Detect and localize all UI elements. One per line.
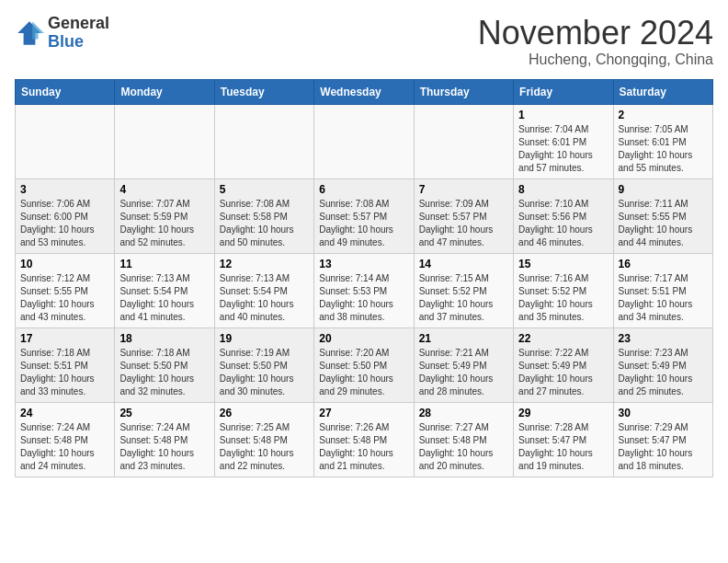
svg-marker-1 bbox=[32, 21, 44, 39]
day-cell bbox=[214, 104, 313, 178]
day-cell: 13Sunrise: 7:14 AM Sunset: 5:53 PM Dayli… bbox=[314, 253, 414, 327]
day-cell: 15Sunrise: 7:16 AM Sunset: 5:52 PM Dayli… bbox=[514, 253, 613, 327]
day-cell: 6Sunrise: 7:08 AM Sunset: 5:57 PM Daylig… bbox=[314, 178, 414, 253]
day-number: 27 bbox=[319, 407, 408, 419]
day-info: Sunrise: 7:07 AM Sunset: 5:59 PM Dayligh… bbox=[119, 198, 209, 249]
week-row-5: 24Sunrise: 7:24 AM Sunset: 5:48 PM Dayli… bbox=[16, 402, 713, 477]
logo-text: General Blue bbox=[48, 15, 109, 52]
day-number: 26 bbox=[220, 407, 309, 419]
day-info: Sunrise: 7:13 AM Sunset: 5:54 PM Dayligh… bbox=[119, 272, 209, 324]
day-cell: 30Sunrise: 7:29 AM Sunset: 5:47 PM Dayli… bbox=[613, 402, 712, 477]
calendar-header: SundayMondayTuesdayWednesdayThursdayFrid… bbox=[16, 79, 713, 104]
day-number: 6 bbox=[319, 183, 408, 196]
day-number: 18 bbox=[119, 332, 209, 345]
logo-blue: Blue bbox=[48, 32, 84, 51]
day-number: 24 bbox=[20, 407, 109, 419]
page-header: General Blue November 2024 Hucheng, Chon… bbox=[15, 15, 713, 68]
day-info: Sunrise: 7:11 AM Sunset: 5:55 PM Dayligh… bbox=[619, 198, 708, 249]
day-number: 22 bbox=[518, 332, 608, 345]
day-number: 29 bbox=[518, 407, 608, 419]
day-info: Sunrise: 7:24 AM Sunset: 5:48 PM Dayligh… bbox=[20, 421, 109, 473]
day-number: 10 bbox=[20, 258, 109, 270]
day-cell: 12Sunrise: 7:13 AM Sunset: 5:54 PM Dayli… bbox=[214, 253, 313, 327]
day-cell: 5Sunrise: 7:08 AM Sunset: 5:58 PM Daylig… bbox=[214, 178, 313, 253]
day-number: 7 bbox=[419, 183, 508, 196]
day-number: 25 bbox=[119, 407, 209, 419]
day-cell: 7Sunrise: 7:09 AM Sunset: 5:57 PM Daylig… bbox=[414, 178, 513, 253]
day-info: Sunrise: 7:17 AM Sunset: 5:51 PM Dayligh… bbox=[619, 272, 708, 324]
day-cell: 28Sunrise: 7:27 AM Sunset: 5:48 PM Dayli… bbox=[414, 402, 513, 477]
day-cell: 24Sunrise: 7:24 AM Sunset: 5:48 PM Dayli… bbox=[16, 402, 115, 477]
day-number: 23 bbox=[619, 332, 708, 345]
day-info: Sunrise: 7:05 AM Sunset: 6:01 PM Dayligh… bbox=[619, 123, 708, 175]
day-cell bbox=[115, 104, 214, 178]
header-day-thursday: Thursday bbox=[414, 79, 513, 104]
day-cell: 3Sunrise: 7:06 AM Sunset: 6:00 PM Daylig… bbox=[16, 178, 115, 253]
day-cell: 14Sunrise: 7:15 AM Sunset: 5:52 PM Dayli… bbox=[414, 253, 513, 327]
week-row-4: 17Sunrise: 7:18 AM Sunset: 5:51 PM Dayli… bbox=[16, 327, 713, 402]
day-cell: 8Sunrise: 7:10 AM Sunset: 5:56 PM Daylig… bbox=[514, 178, 613, 253]
day-info: Sunrise: 7:15 AM Sunset: 5:52 PM Dayligh… bbox=[419, 272, 508, 324]
day-cell: 1Sunrise: 7:04 AM Sunset: 6:01 PM Daylig… bbox=[514, 104, 613, 178]
header-day-saturday: Saturday bbox=[613, 79, 712, 104]
day-cell bbox=[314, 104, 414, 178]
header-row: SundayMondayTuesdayWednesdayThursdayFrid… bbox=[16, 79, 713, 104]
logo-general: General bbox=[48, 14, 109, 32]
day-cell: 25Sunrise: 7:24 AM Sunset: 5:48 PM Dayli… bbox=[115, 402, 214, 477]
day-number: 3 bbox=[20, 183, 109, 196]
day-info: Sunrise: 7:27 AM Sunset: 5:48 PM Dayligh… bbox=[419, 421, 508, 473]
day-number: 5 bbox=[220, 183, 309, 196]
day-number: 9 bbox=[619, 183, 708, 196]
day-cell: 9Sunrise: 7:11 AM Sunset: 5:55 PM Daylig… bbox=[613, 178, 712, 253]
logo-icon bbox=[15, 18, 44, 48]
day-cell: 19Sunrise: 7:19 AM Sunset: 5:50 PM Dayli… bbox=[214, 327, 313, 402]
day-cell: 17Sunrise: 7:18 AM Sunset: 5:51 PM Dayli… bbox=[16, 327, 115, 402]
header-day-sunday: Sunday bbox=[16, 79, 115, 104]
day-cell: 2Sunrise: 7:05 AM Sunset: 6:01 PM Daylig… bbox=[613, 104, 712, 178]
header-day-tuesday: Tuesday bbox=[214, 79, 313, 104]
day-info: Sunrise: 7:26 AM Sunset: 5:48 PM Dayligh… bbox=[319, 421, 408, 473]
day-number: 13 bbox=[319, 258, 408, 270]
day-info: Sunrise: 7:22 AM Sunset: 5:49 PM Dayligh… bbox=[518, 347, 608, 398]
day-cell: 26Sunrise: 7:25 AM Sunset: 5:48 PM Dayli… bbox=[214, 402, 313, 477]
day-number: 19 bbox=[220, 332, 309, 345]
day-info: Sunrise: 7:23 AM Sunset: 5:49 PM Dayligh… bbox=[619, 347, 708, 398]
week-row-3: 10Sunrise: 7:12 AM Sunset: 5:55 PM Dayli… bbox=[16, 253, 713, 327]
day-info: Sunrise: 7:12 AM Sunset: 5:55 PM Dayligh… bbox=[20, 272, 109, 324]
day-info: Sunrise: 7:13 AM Sunset: 5:54 PM Dayligh… bbox=[220, 272, 309, 324]
day-number: 11 bbox=[119, 258, 209, 270]
day-info: Sunrise: 7:20 AM Sunset: 5:50 PM Dayligh… bbox=[319, 347, 408, 398]
month-title: November 2024 bbox=[478, 15, 713, 52]
day-number: 1 bbox=[518, 109, 608, 121]
day-number: 2 bbox=[619, 109, 708, 121]
day-cell: 23Sunrise: 7:23 AM Sunset: 5:49 PM Dayli… bbox=[613, 327, 712, 402]
day-info: Sunrise: 7:08 AM Sunset: 5:58 PM Dayligh… bbox=[220, 198, 309, 249]
day-info: Sunrise: 7:19 AM Sunset: 5:50 PM Dayligh… bbox=[220, 347, 309, 398]
calendar-table: SundayMondayTuesdayWednesdayThursdayFrid… bbox=[15, 79, 713, 477]
day-number: 15 bbox=[518, 258, 608, 270]
day-info: Sunrise: 7:28 AM Sunset: 5:47 PM Dayligh… bbox=[518, 421, 608, 473]
week-row-2: 3Sunrise: 7:06 AM Sunset: 6:00 PM Daylig… bbox=[16, 178, 713, 253]
title-block: November 2024 Hucheng, Chongqing, China bbox=[478, 15, 713, 68]
day-cell: 22Sunrise: 7:22 AM Sunset: 5:49 PM Dayli… bbox=[514, 327, 613, 402]
day-number: 16 bbox=[619, 258, 708, 270]
logo: General Blue bbox=[15, 15, 109, 52]
day-cell: 21Sunrise: 7:21 AM Sunset: 5:49 PM Dayli… bbox=[414, 327, 513, 402]
day-info: Sunrise: 7:16 AM Sunset: 5:52 PM Dayligh… bbox=[518, 272, 608, 324]
day-cell: 29Sunrise: 7:28 AM Sunset: 5:47 PM Dayli… bbox=[514, 402, 613, 477]
day-number: 20 bbox=[319, 332, 408, 345]
day-number: 28 bbox=[419, 407, 508, 419]
day-info: Sunrise: 7:24 AM Sunset: 5:48 PM Dayligh… bbox=[119, 421, 209, 473]
day-number: 21 bbox=[419, 332, 508, 345]
day-cell: 16Sunrise: 7:17 AM Sunset: 5:51 PM Dayli… bbox=[613, 253, 712, 327]
location-subtitle: Hucheng, Chongqing, China bbox=[478, 52, 713, 68]
header-day-wednesday: Wednesday bbox=[314, 79, 414, 104]
day-cell bbox=[16, 104, 115, 178]
day-info: Sunrise: 7:10 AM Sunset: 5:56 PM Dayligh… bbox=[518, 198, 608, 249]
day-number: 17 bbox=[20, 332, 109, 345]
day-cell bbox=[414, 104, 513, 178]
day-number: 4 bbox=[119, 183, 209, 196]
day-info: Sunrise: 7:18 AM Sunset: 5:51 PM Dayligh… bbox=[20, 347, 109, 398]
day-info: Sunrise: 7:08 AM Sunset: 5:57 PM Dayligh… bbox=[319, 198, 408, 249]
day-cell: 27Sunrise: 7:26 AM Sunset: 5:48 PM Dayli… bbox=[314, 402, 414, 477]
